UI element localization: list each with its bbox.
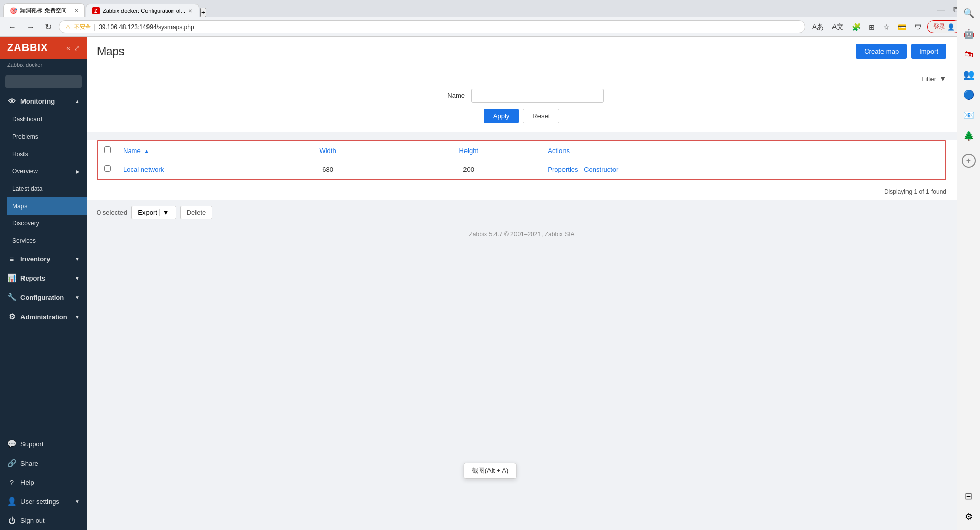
edge-copilot-button[interactable]: 🤖	[960, 24, 978, 43]
tab-1-close[interactable]: ✕	[74, 8, 78, 13]
sidebar-item-discovery[interactable]: Discovery	[7, 215, 87, 232]
constructor-link[interactable]: Constructor	[584, 166, 618, 173]
export-dropdown-icon[interactable]: ▼	[159, 209, 169, 216]
user-settings-chevron: ▼	[75, 499, 80, 504]
edge-tree-button[interactable]: 🌲	[960, 127, 978, 145]
edge-outlook-button[interactable]: 📧	[960, 106, 978, 124]
security-icon: ⚠	[65, 23, 71, 31]
url-bar[interactable]: ⚠ 不安全 | 39.106.48.123:14994/sysmaps.php	[59, 20, 805, 33]
sidebar-item-help[interactable]: ? Help	[0, 473, 87, 492]
profile-button[interactable]: 🛡	[912, 21, 924, 33]
edge-settings-gear[interactable]: ⚙	[960, 508, 978, 526]
height-col-label: Height	[459, 147, 478, 155]
selected-count: 0 selected	[97, 209, 127, 216]
address-bar: ← → ↻ ⚠ 不安全 | 39.106.48.123:14994/sysmap…	[0, 17, 980, 37]
sidebar-administration-parent[interactable]: ⚙ Administration ▼	[0, 307, 87, 326]
administration-arrow-icon: ▼	[75, 314, 80, 320]
properties-link[interactable]: Properties	[548, 166, 578, 173]
sidebar-reports-parent[interactable]: 📊 Reports ▼	[0, 268, 87, 288]
tab-1[interactable]: 🎯 漏洞靶标-免费空间 ✕	[3, 3, 85, 17]
row-checkbox[interactable]	[104, 165, 111, 172]
sidebar-reports-label: Reports	[20, 274, 45, 282]
select-all-checkbox[interactable]	[104, 146, 111, 153]
sidebar-item-latest-data[interactable]: Latest data	[7, 180, 87, 197]
login-button[interactable]: 登录 👤	[927, 20, 961, 33]
help-label: Help	[20, 478, 34, 486]
edge-sidebar: 🔍 🤖 🛍 👥 🔵 📧 🌲 + ⊟ ⚙	[957, 0, 980, 530]
sidebar-item-sign-out[interactable]: ⏻ Sign out	[0, 511, 87, 530]
edge-add-button[interactable]: +	[962, 154, 976, 168]
sidebar-item-hosts[interactable]: Hosts	[7, 145, 87, 163]
url-separator: |	[94, 23, 95, 31]
sidebar-item-overview[interactable]: Overview ▶	[7, 163, 87, 180]
edge-apps-button[interactable]: 🔵	[960, 86, 978, 104]
bottom-bar: 0 selected Export ▼ Delete	[87, 200, 957, 224]
export-button[interactable]: Export ▼	[131, 206, 176, 219]
import-button[interactable]: Import	[911, 44, 946, 59]
sidebar-item-services[interactable]: Services	[7, 232, 87, 249]
sidebar-item-support[interactable]: 💬 Support	[0, 434, 87, 453]
maps-table: Name ▲ Width Height Actions	[98, 141, 945, 179]
tab-2-title: Zabbix docker: Configuration of...	[103, 8, 185, 14]
delete-button[interactable]: Delete	[180, 206, 213, 219]
edge-shopping-button[interactable]: 🛍	[960, 45, 978, 63]
edge-collapse-button[interactable]: ⊟	[960, 487, 978, 506]
sidebar-expand-button[interactable]: ⤢	[74, 44, 80, 52]
logo-text: ZABBIX	[7, 42, 48, 54]
reset-button[interactable]: Reset	[523, 109, 559, 123]
table-header-name[interactable]: Name ▲	[117, 141, 260, 160]
tab-2-favicon: Z	[92, 7, 100, 14]
minimize-button[interactable]: —	[934, 4, 948, 15]
row-name-link[interactable]: Local network	[123, 166, 164, 173]
sidebar-monitoring-label: Monitoring	[20, 97, 55, 105]
app-wrapper: ZABBIX « ⤢ Zabbix docker 👁 Monitoring ▲ …	[0, 37, 980, 530]
apply-button[interactable]: Apply	[484, 109, 519, 123]
extensions-button[interactable]: 🧩	[849, 21, 863, 33]
sidebar-search-box	[0, 71, 87, 92]
edge-search-button[interactable]: 🔍	[960, 4, 978, 22]
sidebar-search-input[interactable]	[5, 75, 82, 88]
back-button[interactable]: ←	[5, 21, 19, 33]
sidebar-item-maps[interactable]: Maps	[7, 197, 87, 215]
table-header-width[interactable]: Width	[260, 141, 396, 160]
sidebar-item-user-settings[interactable]: 👤 User settings ▼	[0, 492, 87, 511]
login-avatar: 👤	[947, 23, 955, 31]
export-label: Export	[138, 209, 157, 216]
sidebar-inventory-parent[interactable]: ≡ Inventory ▼	[0, 249, 87, 268]
overview-chevron: ▶	[76, 169, 80, 174]
split-screen-button[interactable]: ⊞	[866, 21, 877, 33]
page-title: Maps	[97, 45, 125, 58]
favorites-button[interactable]: ☆	[880, 21, 892, 33]
sign-out-icon: ⏻	[7, 516, 16, 525]
table-header-actions: Actions	[542, 141, 945, 160]
tab-2-close[interactable]: ✕	[188, 8, 192, 14]
new-tab-button[interactable]: +	[200, 8, 206, 17]
footer-text: Zabbix 5.4.7 © 2001–2021, Zabbix SIA	[469, 231, 575, 238]
sidebar-item-problems[interactable]: Problems	[7, 128, 87, 145]
reload-button[interactable]: ↻	[42, 21, 55, 33]
edge-games-button[interactable]: 👥	[960, 65, 978, 84]
filter-label: Filter	[921, 75, 936, 83]
create-map-button[interactable]: Create map	[856, 44, 907, 59]
overview-label: Overview	[12, 168, 38, 175]
sidebar-item-share[interactable]: 🔗 Share	[0, 453, 87, 473]
sidebar: ZABBIX « ⤢ Zabbix docker 👁 Monitoring ▲ …	[0, 37, 87, 530]
administration-icon: ⚙	[7, 312, 16, 321]
hosts-label: Hosts	[12, 150, 28, 158]
wallet-button[interactable]: 💳	[895, 21, 909, 33]
tab-2[interactable]: Z Zabbix docker: Configuration of... ✕	[86, 4, 199, 17]
table-row: Local network 680 200 Properties Constru…	[98, 160, 945, 179]
security-label: 不安全	[74, 23, 91, 31]
sidebar-collapse-button[interactable]: «	[66, 44, 70, 52]
filter-section: Filter ▼ Name Apply Reset	[87, 66, 957, 132]
sidebar-monitoring-parent[interactable]: 👁 Monitoring ▲	[0, 92, 87, 111]
main-content: Maps Create map Import Filter ▼ Name App…	[87, 37, 957, 530]
translate-button[interactable]: A文	[829, 21, 846, 33]
table-header-height[interactable]: Height	[396, 141, 542, 160]
sidebar-monitoring-section: 👁 Monitoring ▲ Dashboard Problems Hosts …	[0, 92, 87, 249]
sidebar-configuration-parent[interactable]: 🔧 Configuration ▼	[0, 288, 87, 307]
reader-mode-button[interactable]: Aあ	[810, 21, 826, 33]
sidebar-item-dashboard[interactable]: Dashboard	[7, 111, 87, 128]
filter-name-input[interactable]	[471, 89, 604, 103]
forward-button[interactable]: →	[23, 21, 38, 33]
